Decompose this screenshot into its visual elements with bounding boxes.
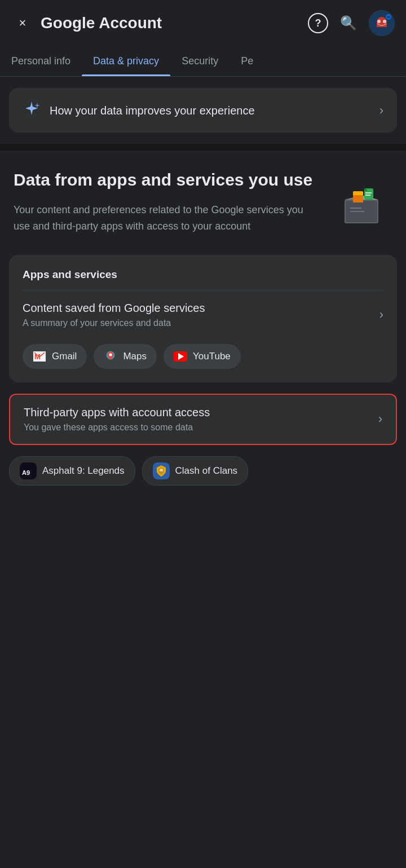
gmail-label: Gmail (52, 351, 77, 362)
header: × Google Account ? 🔍 (0, 0, 406, 46)
content-saved-row[interactable]: Content saved from Google services A sum… (9, 290, 397, 340)
third-party-text: Third-party apps with account access You… (24, 406, 210, 433)
third-party-title: Third-party apps with account access (24, 406, 210, 419)
content-saved-subtitle: A summary of your services and data (23, 318, 205, 328)
third-party-row[interactable]: Third-party apps with account access You… (9, 394, 397, 445)
maps-icon (104, 350, 117, 363)
tab-people[interactable]: Pe (230, 46, 264, 76)
svg-text:A9: A9 (22, 469, 30, 476)
data-apps-section: Data from apps and services you use Your… (0, 151, 406, 250)
asphalt-icon: A9 (20, 462, 37, 479)
svg-point-13 (365, 189, 367, 191)
gmail-chip[interactable]: M Gmail (23, 344, 87, 369)
apps-illustration-svg: ♪ (333, 171, 390, 228)
tab-personal-info[interactable]: Personal info (0, 46, 82, 76)
svg-rect-10 (353, 195, 363, 202)
data-apps-text: Data from apps and services you use Your… (14, 169, 330, 235)
avatar-image (369, 10, 395, 36)
data-apps-title: Data from apps and services you use (14, 169, 319, 191)
youtube-icon (174, 350, 187, 363)
coc-label: Clash of Clans (175, 465, 238, 477)
svg-point-2 (383, 20, 386, 23)
data-improve-text: How your data improves your experience (50, 103, 255, 118)
header-icons: ? 🔍 (308, 10, 395, 36)
content-saved-title: Content saved from Google services (23, 302, 205, 315)
tab-personal-info-label: Personal info (11, 55, 70, 67)
asphalt-label: Asphalt 9: Legends (42, 465, 125, 477)
apps-services-card: Apps and services Content saved from Goo… (9, 255, 397, 382)
third-party-subtitle: You gave these apps access to some data (24, 422, 210, 433)
coc-icon (153, 462, 170, 479)
search-icon: 🔍 (340, 15, 357, 31)
svg-point-24 (109, 353, 112, 356)
tabs-bar: Personal info Data & privacy Security Pe (0, 46, 406, 77)
asphalt-chip[interactable]: A9 Asphalt 9: Legends (9, 456, 135, 486)
data-improve-content: How your data improves your experience (23, 99, 379, 121)
content-saved-text: Content saved from Google services A sum… (23, 302, 205, 328)
help-icon: ? (315, 17, 321, 29)
app-chips: A9 Asphalt 9: Legends Clash of Clans (0, 452, 406, 499)
tab-data-privacy[interactable]: Data & privacy (82, 46, 170, 76)
coc-chip[interactable]: Clash of Clans (142, 456, 249, 486)
youtube-chip[interactable]: YouTube (164, 344, 241, 369)
section-divider (0, 144, 406, 151)
service-chips: M Gmail Maps (9, 340, 397, 382)
data-improve-card[interactable]: How your data improves your experience › (9, 88, 397, 133)
maps-chip[interactable]: Maps (94, 344, 157, 369)
search-button[interactable]: 🔍 (337, 12, 360, 34)
gmail-icon: M (33, 350, 46, 363)
youtube-label: YouTube (193, 351, 231, 362)
svg-point-28 (160, 469, 163, 472)
close-icon: × (19, 16, 27, 30)
data-apps-desc: Your content and preferences related to … (14, 202, 319, 235)
tab-people-label: Pe (241, 55, 253, 67)
avatar[interactable] (369, 10, 395, 36)
tab-security-label: Security (182, 55, 218, 67)
chevron-right-icon: › (379, 103, 383, 118)
tab-data-privacy-label: Data & privacy (93, 55, 159, 67)
close-button[interactable]: × (11, 12, 34, 34)
page-title: Google Account (41, 14, 301, 32)
tab-security[interactable]: Security (170, 46, 230, 76)
content-saved-chevron: › (379, 307, 383, 322)
svg-point-1 (377, 20, 381, 23)
svg-text:M: M (34, 353, 41, 361)
help-button[interactable]: ? (308, 13, 328, 33)
sparkle-icon (23, 99, 41, 121)
maps-label: Maps (123, 351, 147, 362)
apps-services-header: Apps and services (9, 255, 397, 290)
third-party-chevron: › (378, 412, 382, 426)
data-apps-illustration: ♪ (330, 169, 392, 231)
